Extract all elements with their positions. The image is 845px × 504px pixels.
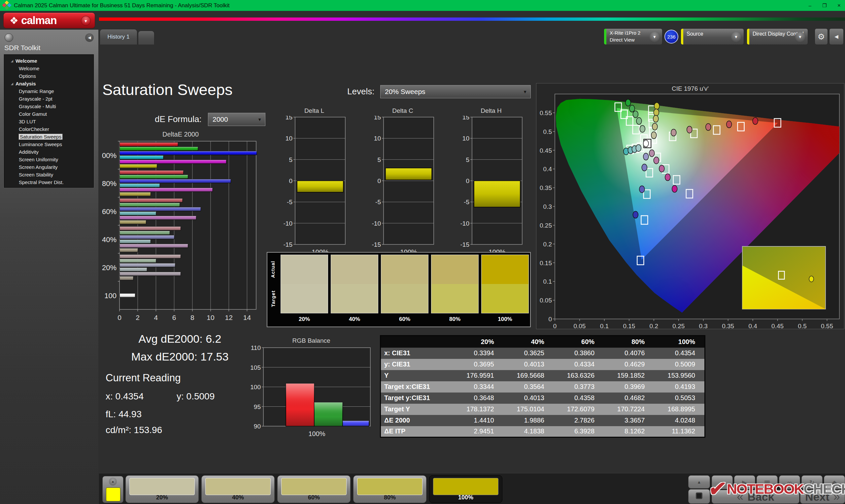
- avg-de2000: Avg dE2000: 6.2: [109, 332, 251, 345]
- bar-shine: [120, 160, 226, 164]
- table-cell: 0.4076: [604, 348, 654, 359]
- svg-text:2: 2: [136, 314, 140, 321]
- pattern-card-60[interactable]: 60%: [277, 475, 351, 503]
- sidebar-item-additivity[interactable]: Additivity: [4, 148, 93, 156]
- table-cell: 178.1372: [453, 404, 504, 415]
- sidebar-item-screen-stability[interactable]: Screen Stability: [4, 171, 93, 178]
- sidebar-item-luminance-sweeps[interactable]: Luminance Sweeps: [4, 141, 93, 148]
- cie-measurement-dot: [672, 185, 677, 192]
- sidebar-tree: ◢WelcomeWelcomeOptions◢AnalysisDynamic R…: [4, 54, 94, 188]
- play-icon-button[interactable]: ▶: [734, 475, 755, 489]
- chevron-down-icon[interactable]: ▼: [731, 32, 741, 42]
- sidebar-item-color-gamut[interactable]: Color Gamut: [4, 110, 93, 118]
- column-header-100: 100%: [654, 336, 705, 348]
- new-tab-button[interactable]: [138, 31, 155, 44]
- maximize-button[interactable]: ❐: [817, 0, 832, 11]
- meter-mode: Direct View: [610, 37, 635, 42]
- sidebar-item-grayscale-2pt[interactable]: Grayscale - 2pt: [4, 95, 93, 103]
- back-label: Back: [747, 490, 774, 503]
- pattern-strip: ▲ 20%40%60%80%100% ▲ ●▶▦∞↻◆ « Back Next …: [99, 473, 845, 504]
- calman-menu-button[interactable]: ❖ calman ▼: [3, 13, 95, 29]
- pattern-card-100[interactable]: 100%: [429, 475, 503, 503]
- pattern-card-label: 20%: [126, 494, 198, 501]
- svg-text:15: 15: [462, 116, 469, 121]
- sidebar-item-welcome[interactable]: ◢Welcome: [4, 57, 93, 65]
- sidebar-orb-button[interactable]: [5, 33, 13, 42]
- svg-text:6: 6: [172, 314, 176, 321]
- table-row-target-x-cie31: Target x:CIE310.33440.35640.37730.39690.…: [381, 381, 705, 393]
- back-button[interactable]: « Back: [712, 490, 799, 504]
- svg-text:0.45: 0.45: [771, 323, 784, 328]
- de-formula-dropdown[interactable]: 2000 ▼: [208, 113, 265, 126]
- levels-dropdown[interactable]: 20% Sweeps ▼: [380, 85, 531, 98]
- sidebar-item-options[interactable]: Options: [4, 72, 93, 80]
- swatch-column-100: [481, 255, 529, 313]
- sidebar-item-spectral-power-dist[interactable]: Spectral Power Dist.: [4, 178, 93, 186]
- chart-icon-button[interactable]: ▦: [757, 475, 778, 489]
- sidebar-item-dynamic-range[interactable]: Dynamic Range: [4, 87, 93, 95]
- marker-icon-button[interactable]: ◆: [824, 475, 845, 489]
- sidebar-item-3d-lut[interactable]: 3D LUT: [4, 118, 93, 125]
- max-de2000: Max dE2000: 17.53: [109, 350, 251, 363]
- slot-up-button[interactable]: ▲: [688, 475, 710, 488]
- sidebar-item-screen-angularity[interactable]: Screen Angularity: [4, 163, 93, 171]
- arrow-up-icon[interactable]: ▲: [109, 478, 117, 486]
- delta-c-chart: Delta C 151050-5-10-15100%: [370, 107, 436, 258]
- tab-history-1[interactable]: History 1: [100, 29, 137, 44]
- stop-button[interactable]: [688, 489, 710, 504]
- chevron-down-icon[interactable]: ▼: [795, 32, 805, 42]
- next-label: Next: [805, 490, 829, 503]
- arrow-up-icon: ▲: [697, 480, 701, 485]
- pattern-window-card[interactable]: ▲: [102, 476, 123, 503]
- sidebar-item-saturation-sweeps[interactable]: Saturation Sweeps: [4, 133, 93, 141]
- sidebar-item-screen-uniformity[interactable]: Screen Uniformity: [4, 156, 93, 163]
- svg-text:0.45: 0.45: [540, 147, 552, 154]
- chevron-down-icon: ▼: [258, 117, 262, 122]
- sidebar-item-label: Color Gamut: [19, 111, 47, 117]
- pattern-card-40[interactable]: 40%: [201, 475, 275, 503]
- sidebar-item-grayscale-multi[interactable]: Grayscale - Multi: [4, 103, 93, 110]
- cie-measurement-dot: [654, 103, 659, 109]
- svg-text:0: 0: [466, 178, 469, 184]
- sidebar-item-colorchecker[interactable]: ColorChecker: [4, 125, 93, 133]
- settings-gear-button[interactable]: ⚙: [815, 29, 828, 45]
- delta-l-chart: Delta L 151050-5-10-15100%: [281, 107, 347, 258]
- cie-measurement-dot: [639, 186, 645, 193]
- cie-measurement-dot: [651, 132, 656, 139]
- svg-text:0.25: 0.25: [540, 222, 552, 229]
- expander-icon[interactable]: ◢: [11, 59, 13, 63]
- svg-text:0.55: 0.55: [821, 323, 833, 328]
- swatch-column-label: 40%: [331, 316, 378, 323]
- cie-measurement-dot: [643, 153, 649, 160]
- sidebar-item-welcome[interactable]: Welcome: [4, 65, 93, 72]
- meter-dropdown[interactable]: X-Rite i1Pro 2 Direct View ▼: [604, 29, 663, 45]
- row-label: ΔE 2000: [381, 415, 453, 426]
- delta_c-bar: [386, 168, 432, 180]
- pattern-card-20[interactable]: 20%: [125, 475, 199, 503]
- chevron-down-icon[interactable]: ▼: [650, 32, 659, 42]
- table-row-x-cie31: x: CIE310.33940.36250.38600.40760.4354: [381, 348, 705, 359]
- pattern-card-80[interactable]: 80%: [353, 475, 426, 503]
- sidebar-collapse-icon[interactable]: ◀: [85, 33, 94, 42]
- svg-text:0.55: 0.55: [540, 109, 552, 116]
- svg-text:-10: -10: [284, 220, 293, 227]
- close-button[interactable]: ×: [832, 0, 845, 11]
- chevron-down-icon[interactable]: ▼: [81, 16, 91, 26]
- next-button[interactable]: Next »: [800, 490, 845, 504]
- minimize-button[interactable]: –: [803, 0, 817, 11]
- refresh-icon-button[interactable]: ↻: [802, 475, 823, 489]
- expander-icon[interactable]: ◢: [11, 82, 13, 86]
- record-icon-button[interactable]: ●: [712, 475, 733, 489]
- meter-count-badge[interactable]: 236: [665, 30, 678, 43]
- target-swatch-40: [331, 284, 378, 313]
- delta-h-title: Delta H: [458, 107, 524, 114]
- actual-swatch-20: [281, 255, 328, 284]
- sidebar-item-analysis[interactable]: ◢Analysis: [4, 80, 93, 87]
- loop-icon-button[interactable]: ∞: [779, 475, 800, 489]
- source-dropdown[interactable]: Source ▼: [681, 29, 744, 45]
- panel-collapse-button[interactable]: ◀: [829, 29, 844, 45]
- svg-text:-15: -15: [372, 241, 381, 248]
- display-control-dropdown[interactable]: Direct Display Control ▼: [746, 29, 808, 45]
- table-row-target-y: Target Y178.1372175.0104172.6079170.7224…: [381, 404, 705, 415]
- table-cell: 0.4629: [604, 359, 654, 370]
